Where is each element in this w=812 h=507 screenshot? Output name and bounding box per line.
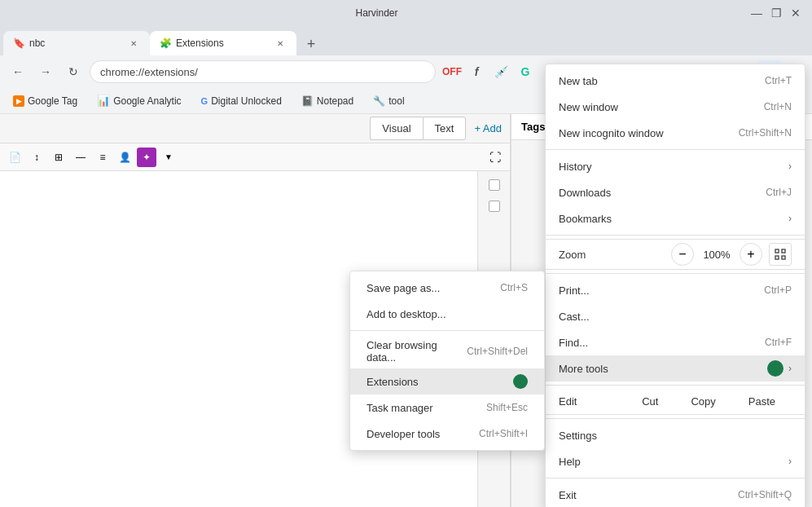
more-tools-extensions[interactable]: Extensions (350, 368, 544, 395)
menu-item-find[interactable]: Find... Ctrl+F (546, 329, 805, 355)
menu-item-bookmarks[interactable]: Bookmarks › (546, 205, 805, 231)
address-input[interactable]: chrome://extensions/ (90, 60, 436, 83)
more-tools-add-desktop[interactable]: Add to desktop... (350, 301, 544, 327)
grammarly-icon[interactable]: G (514, 60, 537, 83)
view-tabs: Visual Text (370, 117, 466, 140)
menu-label-settings: Settings (559, 430, 597, 442)
paste-button[interactable]: Paste (732, 392, 792, 411)
more-tools-clear-browsing[interactable]: Clear browsing data... Ctrl+Shift+Del (350, 334, 544, 368)
menu-item-downloads[interactable]: Downloads Ctrl+J (546, 179, 805, 205)
help-arrow-icon: › (788, 456, 792, 467)
new-tab-button[interactable]: + (300, 33, 323, 55)
bookmark-label-tool: tool (388, 95, 404, 107)
add-desktop-label: Add to desktop... (366, 308, 446, 320)
task-manager-label: Task manager (366, 402, 433, 414)
editor-icon-7[interactable]: ✦ (137, 148, 156, 167)
bookmark-google-tag[interactable]: ▶ Google Tag (7, 93, 84, 109)
add-button[interactable]: + Add (466, 117, 510, 139)
menu-item-incognito[interactable]: New incognito window Ctrl+Shift+N (546, 120, 805, 146)
editor-toolbar: 📄 ↕ ⊞ — ≡ 👤 ✦ ▼ ⛶ (0, 143, 510, 171)
menu-shortcut-find: Ctrl+F (765, 337, 792, 348)
zoom-plus-button[interactable]: + (740, 243, 762, 266)
tab-close-extensions[interactable]: ✕ (274, 37, 287, 50)
menu-item-exit[interactable]: Exit Ctrl+Shift+Q (546, 482, 805, 507)
bookmark-label-analytic: Google Analytic (113, 95, 181, 107)
bookmark-digital-unlocked[interactable]: G Digital Unlocked (195, 93, 288, 109)
save-page-shortcut: Ctrl+S (500, 282, 528, 293)
menu-label-exit: Exit (559, 489, 577, 501)
toggle-icon[interactable]: OFF (441, 60, 463, 83)
more-tools-arrow-icon: › (788, 363, 792, 374)
menu-label-new-tab: New tab (559, 75, 598, 87)
menu-shortcut-downloads: Ctrl+J (766, 187, 792, 198)
back-button[interactable]: ← (7, 60, 29, 83)
bookmark-notepad[interactable]: 📓 Notepad (295, 93, 360, 109)
fullscreen-icon[interactable]: ⛶ (485, 148, 505, 167)
eyedropper-icon[interactable]: 💉 (489, 60, 512, 83)
cursor-indicator-2 (513, 374, 528, 389)
bookmark-google-analytic[interactable]: 📊 Google Analytic (90, 92, 187, 109)
svg-rect-3 (782, 256, 785, 259)
clear-browsing-label: Clear browsing data... (366, 339, 467, 364)
forward-button[interactable]: → (34, 60, 57, 83)
tab-close-nbc[interactable]: ✕ (127, 37, 140, 50)
edit-label: Edit (559, 395, 625, 408)
tab-extensions[interactable]: 🧩 Extensions ✕ (150, 31, 296, 55)
save-page-label: Save page as... (366, 282, 440, 294)
developer-tools-label: Developer tools (366, 428, 440, 440)
bookmark-favicon-digital: G (201, 96, 208, 106)
menu-item-cast[interactable]: Cast... (546, 303, 805, 329)
tab-title-extensions: Extensions (176, 37, 269, 49)
cut-button[interactable]: Cut (625, 392, 674, 411)
tab-text[interactable]: Text (423, 117, 467, 140)
svg-rect-2 (775, 256, 779, 259)
tab-favicon-nbc: 🔖 (13, 37, 24, 49)
fullscreen-icon (775, 249, 786, 260)
italic-icon[interactable]: f (465, 60, 488, 83)
editor-icon-6[interactable]: 👤 (115, 148, 134, 167)
checkbox-1[interactable] (489, 179, 500, 191)
menu-item-print[interactable]: Print... Ctrl+P (546, 277, 805, 303)
tab-nbc[interactable]: 🔖 nbc ✕ (3, 31, 150, 55)
edit-row: Edit Cut Copy Paste (546, 389, 805, 415)
bookmark-favicon-analytic: 📊 (97, 95, 110, 107)
menu-item-more-tools[interactable]: More tools › (546, 355, 805, 381)
more-tools-save-page[interactable]: Save page as... Ctrl+S (350, 275, 544, 301)
cursor-indicator (767, 360, 783, 377)
editor-icon-8[interactable]: ▼ (159, 148, 178, 167)
bookmark-favicon-tool: 🔧 (373, 95, 385, 107)
tab-favicon-extensions: 🧩 (160, 37, 171, 49)
menu-item-settings[interactable]: Settings (546, 422, 805, 448)
copy-button[interactable]: Copy (674, 392, 731, 411)
editor-icon-2[interactable]: ↕ (27, 148, 46, 167)
menu-shortcut-new-window: Ctrl+N (764, 101, 792, 112)
menu-separator-3 (546, 273, 805, 274)
menu-label-help: Help (559, 456, 581, 468)
menu-item-history[interactable]: History › (546, 153, 805, 179)
close-button[interactable]: ✕ (786, 3, 805, 23)
extensions-label: Extensions (366, 376, 419, 388)
editor-icon-1[interactable]: 📄 (5, 148, 24, 167)
menu-item-new-window[interactable]: New window Ctrl+N (546, 94, 805, 120)
editor-icon-4[interactable]: — (71, 148, 90, 167)
more-tools-task-manager[interactable]: Task manager Shift+Esc (350, 395, 544, 421)
zoom-fullscreen-button[interactable] (769, 243, 792, 266)
minimize-button[interactable]: — (747, 3, 766, 23)
tab-visual[interactable]: Visual (370, 117, 422, 140)
menu-shortcut-exit: Ctrl+Shift+Q (738, 489, 792, 500)
more-tools-developer-tools[interactable]: Developer tools Ctrl+Shift+I (350, 421, 544, 447)
checkbox-2[interactable] (489, 201, 500, 212)
bookmark-label-tag: Google Tag (28, 95, 77, 107)
bookmark-tool[interactable]: 🔧 tool (366, 93, 410, 109)
menu-item-help[interactable]: Help › (546, 448, 805, 474)
developer-tools-shortcut: Ctrl+Shift+I (479, 428, 528, 439)
restore-button[interactable]: ❐ (766, 3, 786, 23)
menu-item-new-tab[interactable]: New tab Ctrl+T (546, 68, 805, 94)
zoom-minus-button[interactable]: − (671, 243, 694, 266)
menu-separator-1 (546, 149, 805, 150)
editor-icon-5[interactable]: ≡ (93, 148, 112, 167)
refresh-button[interactable]: ↻ (62, 60, 85, 83)
bookmark-label-notepad: Notepad (317, 95, 353, 107)
editor-icon-3[interactable]: ⊞ (49, 148, 68, 167)
zoom-label: Zoom (559, 249, 665, 261)
